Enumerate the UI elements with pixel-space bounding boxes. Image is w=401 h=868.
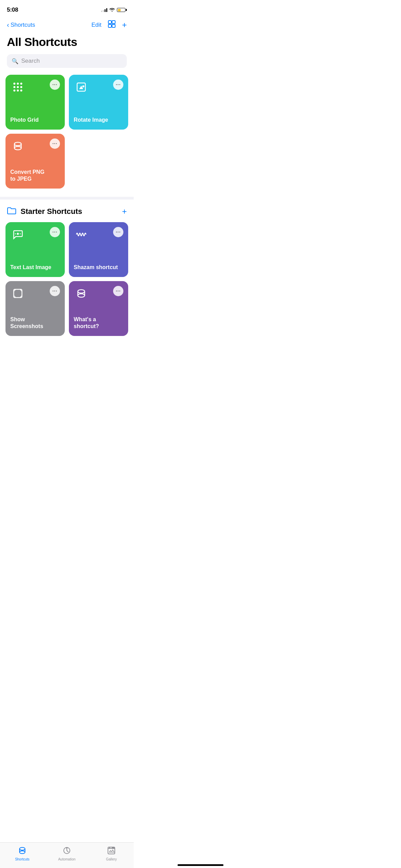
- shortcut-icon-shazam: [74, 227, 89, 242]
- back-button[interactable]: ‹ Shortcuts: [7, 22, 35, 28]
- svg-point-20: [20, 233, 21, 234]
- shortcut-name-convert-png: Convert PNGto JPEG: [10, 169, 60, 184]
- folder-header: Starter Shortcuts +: [5, 206, 128, 222]
- shortcut-icon-convert-png: [10, 138, 25, 154]
- shortcut-name-photo-grid: Photo Grid: [10, 117, 60, 125]
- svg-rect-0: [108, 21, 111, 24]
- more-options-convert-png[interactable]: ···: [50, 138, 60, 149]
- shortcut-name-whats-a-shortcut: What's ashortcut?: [74, 316, 123, 331]
- svg-point-24: [78, 294, 85, 297]
- shortcuts-grid: ··· Photo Grid ··· Rotate Image: [5, 75, 128, 189]
- svg-rect-2: [108, 24, 111, 27]
- shortcut-icon-whats-a-shortcut: [74, 286, 89, 301]
- shortcut-icon-text-last-image: [10, 227, 25, 242]
- more-options-whats-a-shortcut[interactable]: ···: [113, 286, 123, 296]
- svg-point-8: [17, 86, 19, 88]
- shortcut-card-photo-grid[interactable]: ··· Photo Grid: [5, 75, 65, 130]
- shortcut-icon-photo-grid: [10, 80, 25, 95]
- shortcut-card-shazam[interactable]: ··· Shazam shortcut: [69, 222, 128, 277]
- shortcut-name-text-last-image: Text Last Image: [10, 264, 60, 272]
- svg-point-19: [17, 233, 19, 235]
- svg-point-9: [20, 86, 22, 88]
- svg-point-7: [13, 86, 15, 88]
- svg-point-4: [13, 83, 15, 85]
- search-placeholder: Search: [21, 58, 40, 64]
- svg-point-10: [13, 89, 15, 92]
- wifi-icon: [109, 7, 115, 13]
- more-options-shazam[interactable]: ···: [113, 227, 123, 237]
- shortcut-name-shazam: Shazam shortcut: [74, 264, 123, 272]
- status-icons: [101, 7, 127, 13]
- status-time: 5:08: [7, 7, 18, 13]
- svg-point-6: [20, 83, 22, 85]
- edit-button[interactable]: Edit: [92, 22, 101, 28]
- more-options-text-last-image[interactable]: ···: [50, 227, 60, 237]
- battery-icon: [117, 8, 127, 12]
- nav-right-actions: Edit +: [92, 20, 127, 30]
- shortcut-card-show-screenshots[interactable]: ··· ShowScreenshots: [5, 281, 65, 336]
- svg-point-5: [17, 83, 19, 85]
- all-shortcuts-section: ··· Photo Grid ··· Rotate Image: [0, 75, 134, 197]
- svg-point-21: [15, 233, 16, 234]
- shortcut-icon-rotate-image: [74, 80, 89, 95]
- status-bar: 5:08: [0, 0, 134, 17]
- shortcut-card-rotate-image[interactable]: ··· Rotate Image: [69, 75, 128, 130]
- svg-rect-1: [112, 21, 115, 24]
- search-container: 🔍 Search: [0, 54, 134, 75]
- section-divider: [0, 197, 134, 200]
- add-to-folder-button[interactable]: +: [122, 207, 127, 216]
- more-options-rotate-image[interactable]: ···: [113, 80, 123, 90]
- svg-point-15: [14, 142, 21, 146]
- shortcut-card-text-last-image[interactable]: ··· Text Last Image: [5, 222, 65, 277]
- svg-point-23: [78, 290, 85, 293]
- signal-bars-icon: [101, 8, 107, 12]
- folder-icon: [7, 206, 16, 217]
- svg-point-12: [20, 89, 22, 92]
- folder-title: Starter Shortcuts: [21, 207, 82, 216]
- folder-title-group: Starter Shortcuts: [7, 206, 82, 217]
- more-options-show-screenshots[interactable]: ···: [50, 286, 60, 296]
- svg-point-16: [14, 146, 21, 150]
- add-shortcut-button[interactable]: +: [122, 21, 127, 29]
- shortcut-name-rotate-image: Rotate Image: [74, 117, 123, 125]
- shortcut-name-show-screenshots: ShowScreenshots: [10, 316, 60, 331]
- nav-bar: ‹ Shortcuts Edit +: [0, 17, 134, 33]
- grid-view-icon[interactable]: [108, 20, 116, 30]
- svg-rect-22: [14, 289, 22, 298]
- shortcut-icon-show-screenshots: [10, 286, 25, 301]
- svg-rect-3: [112, 24, 115, 27]
- starter-shortcuts-section: Starter Shortcuts +: [0, 206, 134, 344]
- back-label: Shortcuts: [11, 22, 35, 28]
- search-bar[interactable]: 🔍 Search: [7, 54, 127, 68]
- chevron-left-icon: ‹: [7, 21, 9, 28]
- svg-point-11: [17, 89, 19, 92]
- more-options-photo-grid[interactable]: ···: [50, 80, 60, 90]
- shortcut-card-convert-png[interactable]: ··· Convert PNGto JPEG: [5, 134, 65, 189]
- starter-shortcuts-grid: ··· Text Last Image ··· Shazam shortcut: [5, 222, 128, 336]
- shortcut-card-whats-a-shortcut[interactable]: ··· What's ashortcut?: [69, 281, 128, 336]
- search-icon: 🔍: [12, 58, 19, 64]
- svg-point-14: [82, 85, 84, 87]
- page-title: All Shortcuts: [0, 33, 134, 54]
